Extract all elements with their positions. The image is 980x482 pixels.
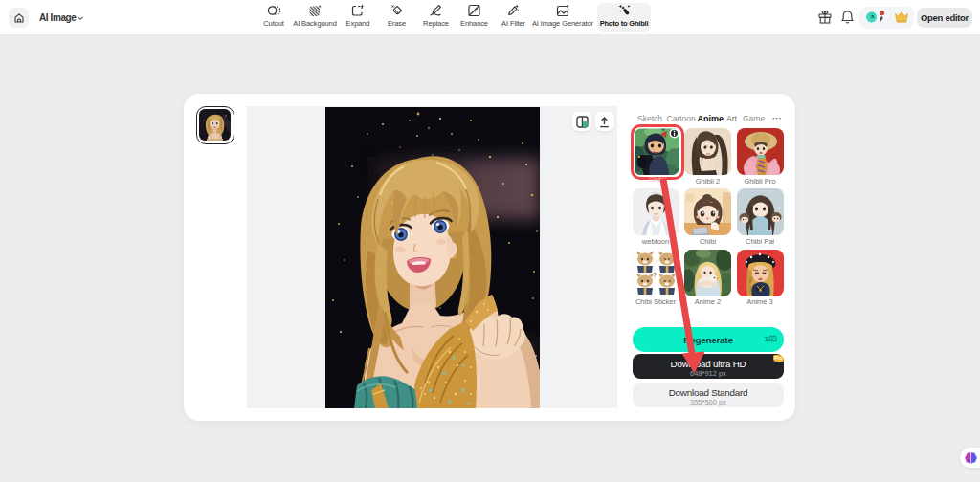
svg-text:?: ? — [653, 272, 657, 278]
